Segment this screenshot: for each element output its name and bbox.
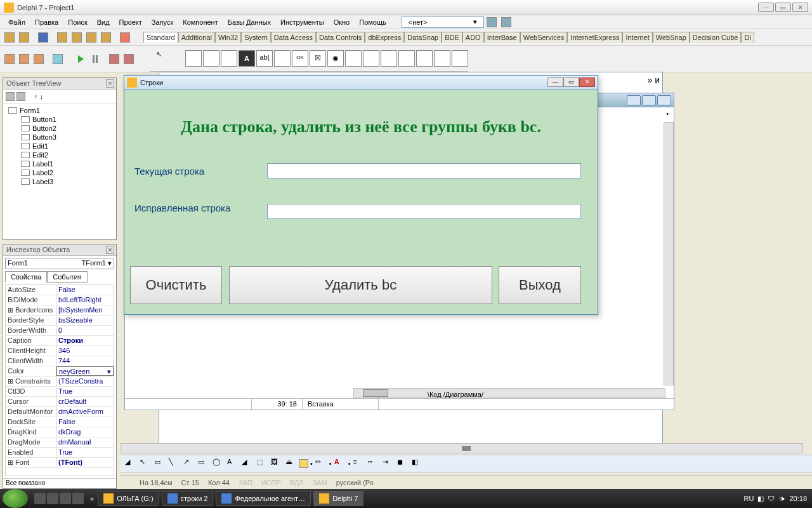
button3-exit[interactable]: Выход [499, 266, 581, 304]
comp-listbox[interactable] [345, 50, 362, 67]
tree-up[interactable]: ↑ [34, 93, 38, 100]
menu-search[interactable]: Поиск [63, 17, 91, 28]
tab-websnap[interactable]: WebSnap [653, 32, 690, 43]
draw-clipart[interactable]: 🖼 [270, 457, 283, 470]
shadow[interactable]: ◼ [396, 457, 409, 470]
menu-run[interactable]: Запуск [147, 17, 178, 28]
button2-deletebc[interactable]: Удалить bc [229, 266, 492, 304]
form-maximize[interactable]: ▭ [563, 77, 579, 87]
label1[interactable]: Текущая строка [134, 166, 204, 177]
comp-label[interactable] [221, 50, 237, 67]
tb-newform[interactable] [51, 52, 65, 66]
comp-groupbox[interactable] [398, 50, 415, 67]
tb-form[interactable] [3, 52, 16, 66]
prop-docksite[interactable]: DockSiteFalse [6, 417, 114, 427]
tb-add[interactable] [84, 30, 98, 44]
prop-borderstyle[interactable]: BorderStylebsSizeable [6, 316, 114, 326]
ql-2[interactable] [47, 493, 58, 504]
close-button[interactable]: ✕ [792, 3, 808, 12]
draw-text[interactable]: A [226, 457, 239, 470]
tb-trace[interactable] [122, 52, 136, 66]
comp-edit[interactable]: ab| [256, 50, 273, 67]
comp-memo[interactable] [274, 50, 291, 67]
prop-cursor[interactable]: CursorcrDefault [6, 397, 114, 407]
tab-di[interactable]: Di [741, 32, 754, 43]
task-delphi[interactable]: Delphi 7 [313, 491, 363, 506]
draw-select[interactable]: ↖ [139, 457, 152, 470]
tree-edit1[interactable]: Edit1 [6, 142, 114, 150]
button1-clear[interactable]: Очистить [130, 266, 222, 304]
inspector-title[interactable]: Инспектор Объекта × [3, 244, 116, 256]
comp-actionlist[interactable] [452, 50, 468, 67]
draw-menu[interactable]: ◢ [124, 457, 137, 470]
tb-pause[interactable] [88, 52, 102, 66]
tree-button1[interactable]: Button1 [6, 115, 114, 124]
code-min[interactable] [627, 95, 641, 105]
dash-style[interactable]: ┅ [367, 457, 380, 470]
tb-toggle[interactable] [32, 52, 46, 66]
edit1[interactable] [267, 163, 581, 178]
tb-unit[interactable] [17, 52, 31, 66]
tree-label3[interactable]: Label3 [6, 177, 114, 186]
minimize-button[interactable]: — [758, 3, 774, 12]
ql-1[interactable] [34, 493, 46, 504]
tab-internet[interactable]: Internet [622, 32, 652, 43]
property-grid[interactable]: AutoSizeFalseBiDiModebdLeftToRightBorder… [5, 284, 114, 476]
tab-win32[interactable]: Win32 [215, 32, 241, 43]
prop-bidimode[interactable]: BiDiModebdLeftToRight [6, 295, 114, 305]
tb-help[interactable] [118, 30, 132, 44]
tab-inetexp[interactable]: InternetExpress [567, 32, 622, 43]
label2[interactable]: Исправленная строка [134, 203, 230, 213]
lang-indicator[interactable]: RU [744, 495, 754, 502]
task-olga[interactable]: ОЛЬГА (G:) [98, 491, 159, 506]
doc-hscroll[interactable] [121, 443, 803, 453]
tb-x1[interactable] [485, 15, 499, 29]
tab-standard[interactable]: Standard [143, 32, 178, 43]
prop-caption[interactable]: CaptionСтроки [6, 336, 114, 346]
comp-scrollbar[interactable] [381, 50, 397, 67]
tree-down[interactable]: ↓ [40, 93, 44, 100]
tree-label1[interactable]: Label1 [6, 159, 114, 168]
prop-borderwidth[interactable]: BorderWidth0 [6, 326, 114, 336]
font-color[interactable]: A [334, 457, 346, 470]
comp-label-a[interactable]: A [239, 50, 255, 67]
menu-tools[interactable]: Инструменты [276, 17, 329, 28]
prop-bordericons[interactable]: BorderIcons[biSystemMen [6, 305, 114, 316]
arrow-style[interactable]: ⇥ [382, 457, 395, 470]
tray-icon[interactable]: 🛡 [768, 495, 775, 502]
tab-events[interactable]: События [47, 271, 87, 283]
tree-tb-2[interactable] [16, 92, 25, 101]
menu-database[interactable]: Базы Данных [223, 17, 275, 28]
prop-constraints[interactable]: Constraints(TSizeConstra [6, 377, 114, 387]
tab-dbexpress[interactable]: dbExpress [365, 32, 404, 43]
form-client-area[interactable]: Дана строка, удалить из неё все группы б… [124, 90, 598, 314]
draw-arrow[interactable]: ↗ [183, 457, 195, 470]
tb-saveall[interactable] [55, 30, 69, 44]
prop-color[interactable]: ColorneyGreen▾ [6, 366, 114, 377]
tab-system[interactable]: System [241, 32, 271, 43]
draw-picture[interactable]: ⛰ [285, 457, 298, 470]
tree-edit2[interactable]: Edit2 [6, 150, 114, 159]
menu-window[interactable]: Окно [329, 17, 355, 28]
code-close[interactable] [657, 95, 671, 105]
system-tray[interactable]: RU ◧ 🛡 🕩 20:18 [739, 495, 812, 503]
prop-clientwidth[interactable]: ClientWidth744 [6, 356, 114, 366]
line-color[interactable]: ✏ [315, 457, 327, 470]
code-max[interactable] [642, 95, 656, 105]
tab-properties[interactable]: Свойства [5, 271, 47, 283]
tray-icon[interactable]: 🕩 [778, 495, 785, 502]
tab-ado[interactable]: ADO [462, 32, 484, 43]
ide-titlebar[interactable]: Delphi 7 - Project1 — ▭ ✕ [0, 0, 812, 15]
label3-heading[interactable]: Дана строка, удалить из неё все группы б… [134, 117, 587, 137]
tab-dataaccess[interactable]: Data Access [271, 32, 316, 43]
close-icon[interactable]: × [106, 246, 114, 254]
tree-button3[interactable]: Button3 [6, 133, 114, 142]
object-tree[interactable]: Form1 Button1 Button2 Button3 Edit1 Edit… [3, 104, 116, 189]
comp-button[interactable]: OK [292, 50, 308, 67]
form-close[interactable]: ✕ [579, 77, 595, 87]
comp-radiogroup[interactable] [416, 50, 433, 67]
tree-form1[interactable]: Form1 [6, 106, 114, 115]
tab-interbase[interactable]: InterBase [484, 32, 520, 43]
menu-file[interactable]: Файл [4, 17, 30, 28]
config-combo[interactable]: <нет>▾ [402, 17, 484, 28]
